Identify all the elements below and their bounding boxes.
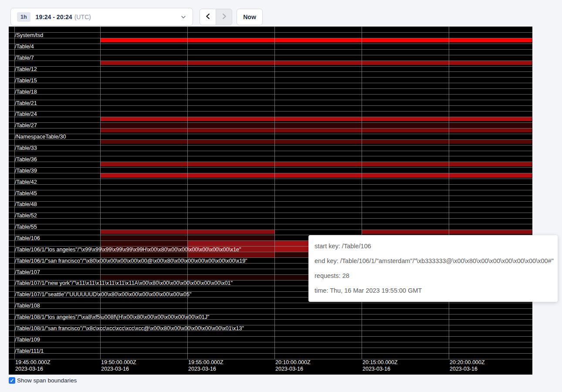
- heatmap-cell[interactable]: [449, 128, 532, 133]
- span-boundary-line: [9, 44, 532, 44]
- heatmap-cell[interactable]: [449, 173, 532, 178]
- span-boundary-line: [9, 134, 532, 134]
- heatmap-cell[interactable]: [362, 61, 449, 65]
- time-bucket-line: [449, 27, 449, 359]
- key-visualizer-heatmap[interactable]: /System/tsd/Table/4/Table/7/Table/12/Tab…: [9, 27, 532, 375]
- span-boundary-line: [9, 151, 532, 151]
- span-boundary-line: [9, 213, 532, 213]
- span-boundary-line: [9, 230, 532, 230]
- heatmap-cell[interactable]: [274, 38, 362, 43]
- heatmap-row-label: /Table/108/1/"los angeles"/"\xa8\xf5\u00…: [15, 314, 210, 320]
- span-boundary-line: [9, 122, 532, 123]
- heatmap-row-label: /Table/48: [15, 202, 37, 207]
- heatmap-cell[interactable]: [187, 162, 274, 166]
- heatmap-cell[interactable]: [449, 38, 532, 43]
- heatmap-cell[interactable]: [362, 122, 449, 128]
- heatmap-cell[interactable]: [100, 173, 187, 178]
- span-boundary-line: [9, 111, 532, 112]
- heatmap-cell[interactable]: [100, 162, 187, 166]
- heatmap-cell[interactable]: [187, 241, 274, 246]
- heatmap-cell[interactable]: [362, 128, 449, 133]
- heatmap-cell[interactable]: [362, 173, 449, 178]
- heatmap-cell[interactable]: [362, 162, 449, 166]
- heatmap-cell[interactable]: [100, 38, 187, 43]
- chevron-left-icon: [205, 13, 211, 21]
- span-boundary-line: [9, 145, 532, 145]
- heatmap-cell[interactable]: [187, 275, 274, 280]
- heatmap-cell[interactable]: [449, 117, 532, 122]
- heatmap-cell[interactable]: [187, 61, 274, 65]
- time-nav-group: [200, 9, 232, 25]
- heatmap-row-label: /Table/18: [15, 89, 37, 95]
- time-range-select[interactable]: 1h 19:24 - 20:24 (UTC): [10, 8, 193, 26]
- heatmap-cell[interactable]: [274, 61, 362, 65]
- heatmap-cell[interactable]: [187, 38, 274, 43]
- heatmap-cell[interactable]: [187, 128, 274, 133]
- heatmap-row-label: /Table/108: [15, 303, 40, 308]
- span-boundary-line: [9, 308, 532, 309]
- heatmap-row-label: /Table/106/1/"san francisco"/"\x80\x00\x…: [15, 258, 247, 264]
- show-span-boundaries-checkbox[interactable]: ✓: [9, 377, 15, 384]
- time-bucket-line: [362, 27, 362, 359]
- heatmap-cell[interactable]: [449, 162, 532, 166]
- heatmap-cell[interactable]: [362, 230, 449, 234]
- heatmap-row-label: /Table/36: [15, 157, 37, 162]
- span-boundary-line: [9, 32, 532, 33]
- heatmap-cell[interactable]: [100, 140, 187, 144]
- span-boundary-line: [9, 105, 532, 106]
- heatmap-cell[interactable]: [100, 117, 187, 122]
- axis-time-label: 20:15:00.000Z2023-03-16: [362, 359, 398, 372]
- heatmap-cell[interactable]: [274, 162, 362, 166]
- span-boundary-line: [9, 224, 532, 224]
- heatmap-row-label: /Table/107/1/"seattle"/"UUUUUUD\x00\x80\…: [15, 292, 191, 297]
- previous-time-button[interactable]: [200, 9, 216, 25]
- heatmap-cell[interactable]: [187, 117, 274, 122]
- heatmap-cell[interactable]: [187, 230, 274, 234]
- heatmap-cell[interactable]: [100, 235, 187, 240]
- span-boundary-line: [9, 196, 532, 196]
- heatmap-cell[interactable]: [274, 117, 362, 122]
- heatmap-cell[interactable]: [100, 128, 187, 133]
- heatmap-cell[interactable]: [274, 128, 362, 133]
- heatmap-cell[interactable]: [274, 173, 362, 178]
- axis-time-label: 19:45:00.000Z2023-03-16: [15, 359, 51, 372]
- heatmap-cell[interactable]: [449, 61, 532, 65]
- span-boundary-line: [9, 336, 532, 337]
- chevron-right-icon: [221, 13, 227, 21]
- heatmap-row-label: /Table/106/1/"los angeles"/"\x99\x99\x99…: [15, 247, 241, 252]
- span-boundary-line: [9, 353, 532, 354]
- heatmap-cell[interactable]: [449, 140, 532, 144]
- span-boundary-line: [9, 139, 532, 140]
- heatmap-cell[interactable]: [100, 61, 187, 65]
- heatmap-cell[interactable]: [274, 122, 362, 128]
- heatmap-cell[interactable]: [100, 252, 187, 257]
- heatmap-cell[interactable]: [100, 122, 187, 128]
- time-range-duration-badge: 1h: [17, 12, 30, 22]
- heatmap-cell[interactable]: [100, 241, 187, 246]
- tooltip-time: time: Thu, 16 Mar 2023 19:55:00 GMT: [315, 283, 552, 298]
- axis-time-label: 20:10:00.000Z2023-03-16: [275, 359, 311, 372]
- heatmap-cell[interactable]: [100, 230, 187, 234]
- span-boundary-line: [9, 88, 532, 89]
- now-button[interactable]: Now: [237, 9, 263, 25]
- heatmap-cell[interactable]: [187, 252, 274, 257]
- heatmap-cell[interactable]: [449, 230, 532, 234]
- heatmap-cell[interactable]: [362, 140, 449, 144]
- heatmap-cell[interactable]: [187, 122, 274, 128]
- next-time-button[interactable]: [216, 9, 232, 25]
- axis-time-label: 20:20:00.000Z2023-03-16: [450, 359, 485, 372]
- time-bucket-line: [100, 27, 101, 359]
- span-boundary-line: [9, 66, 532, 67]
- heatmap-row-label: /System/tsd: [15, 33, 43, 38]
- heatmap-cell[interactable]: [187, 140, 274, 144]
- heatmap-cell[interactable]: [100, 275, 187, 280]
- heatmap-cell[interactable]: [187, 235, 274, 240]
- heatmap-cell[interactable]: [449, 122, 532, 128]
- heatmap-cell[interactable]: [362, 117, 449, 122]
- span-boundary-line: [9, 49, 532, 50]
- heatmap-cell[interactable]: [187, 173, 274, 178]
- heatmap-cell[interactable]: [362, 38, 449, 43]
- heatmap-cell[interactable]: [274, 140, 362, 144]
- tooltip-start-key: start key: /Table/106: [315, 239, 552, 253]
- span-boundary-line: [9, 83, 532, 83]
